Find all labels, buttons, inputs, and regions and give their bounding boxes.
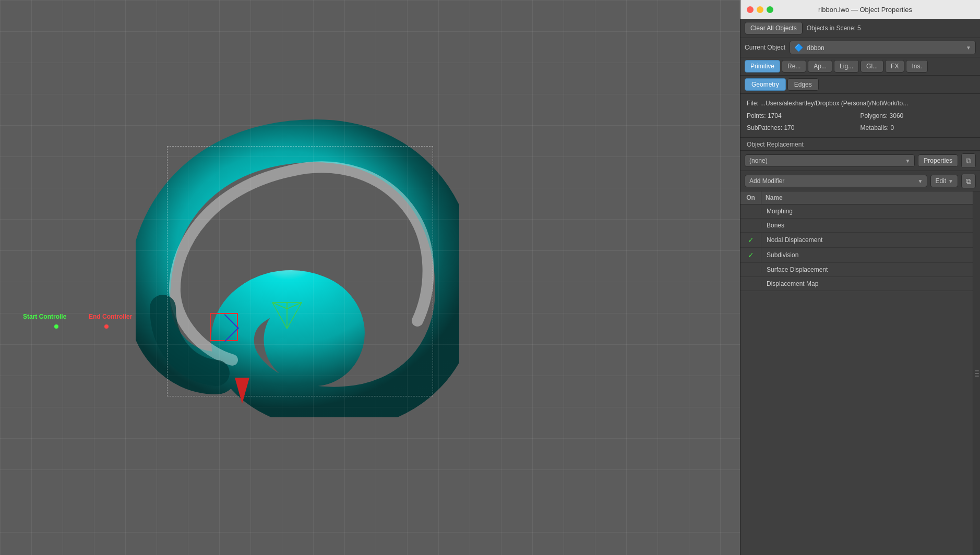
modifier-name: Bones (761, 219, 980, 232)
modifier-name: Nodal Displacement (761, 233, 980, 247)
edit-dropdown[interactable]: Edit (930, 175, 958, 187)
modifier-checkbox[interactable]: ✓ (740, 233, 761, 247)
object-replacement-dropdown[interactable]: (none) (745, 154, 915, 167)
tab-geometry2[interactable]: Gl... (861, 60, 883, 73)
clear-all-objects-button[interactable]: Clear All Objects (745, 22, 803, 34)
polygons-label: Polygons: 3060 (861, 111, 974, 121)
modifier-copy-button[interactable]: ⧉ (961, 174, 976, 188)
selection-box (210, 313, 238, 341)
end-controller-dot (104, 324, 109, 329)
edit-chevron (948, 177, 953, 185)
modifier-list: On Name Morphing Bones ✓ Nodal Displacem… (740, 191, 980, 555)
modifier-item[interactable]: Bones (740, 219, 980, 233)
window-title: ribbon.lwo — Object Properties (778, 6, 974, 14)
modifier-checkbox[interactable] (740, 267, 761, 273)
3d-viewport[interactable]: Start Controlle End Controller (0, 0, 740, 555)
replacement-value: (none) (749, 157, 768, 164)
modifier-item[interactable]: Morphing (740, 204, 980, 219)
start-controller-label: Start Controlle (23, 313, 66, 320)
modifier-checkbox[interactable] (740, 222, 761, 228)
current-object-name: ribbon (807, 44, 824, 52)
modifier-items-container: Morphing Bones ✓ Nodal Displacement ✓ Su… (740, 204, 980, 291)
modifier-item[interactable]: ✓ Nodal Displacement (740, 233, 980, 248)
modifier-item[interactable]: Surface Displacement (740, 263, 980, 277)
modifier-list-header: On Name (740, 191, 980, 204)
object-replacement-label: Object Replacement (740, 138, 980, 151)
modifier-checkbox[interactable] (740, 281, 761, 287)
points-label: Points: 1704 (747, 111, 861, 121)
tab-primitive[interactable]: Primitive (745, 60, 780, 73)
modifier-name: Surface Displacement (761, 263, 980, 276)
close-button[interactable] (747, 6, 754, 13)
subtabs-row: Geometry Edges (740, 76, 980, 94)
replacement-chevron (905, 157, 910, 164)
modifier-controls-row: Add Modifier Edit ⧉ (740, 171, 980, 191)
current-object-row: Current Object 🔷 ribbon (740, 38, 980, 57)
tab-render[interactable]: Re... (782, 60, 806, 73)
modifier-item[interactable]: Displacement Map (740, 277, 980, 291)
tab-appearance[interactable]: Ap... (808, 60, 832, 73)
minimize-button[interactable] (757, 6, 763, 13)
col-name-header: Name (761, 191, 980, 204)
bounding-box (167, 146, 433, 396)
metaballs-label: Metaballs: 0 (861, 123, 974, 133)
object-replacement-row: (none) Properties ⧉ (740, 151, 980, 171)
ground-arrow (235, 378, 249, 404)
traffic-lights (747, 6, 773, 13)
subtab-geometry[interactable]: Geometry (745, 78, 786, 91)
properties-panel: ribbon.lwo — Object Properties Clear All… (740, 0, 980, 555)
titlebar: ribbon.lwo — Object Properties (740, 0, 980, 19)
properties-button[interactable]: Properties (918, 154, 958, 167)
modifier-checkbox[interactable]: ✓ (740, 248, 761, 262)
col-on-header: On (740, 191, 761, 204)
tab-instancing[interactable]: Ins. (906, 60, 927, 73)
modifier-name: Subdivision (761, 248, 980, 262)
file-path: File: ...Users/alexhartley/Dropbox (Pers… (747, 98, 974, 108)
scroll-line-1 (975, 370, 979, 371)
info-block: File: ...Users/alexhartley/Dropbox (Pers… (740, 94, 980, 138)
edit-label: Edit (935, 177, 946, 185)
copy-button[interactable]: ⧉ (961, 153, 976, 168)
scrollbar[interactable] (973, 191, 980, 555)
subpatches-label: SubPatches: 170 (747, 123, 861, 133)
end-controller-label: End Controller (89, 313, 132, 320)
modifier-checkbox[interactable] (740, 208, 761, 214)
current-object-dropdown[interactable]: 🔷 ribbon (790, 41, 976, 54)
dropdown-chevron (966, 44, 971, 51)
modifier-chevron (918, 177, 923, 185)
modifier-name: Displacement Map (761, 277, 980, 291)
modifier-name: Morphing (761, 204, 980, 218)
tab-lighting[interactable]: Lig... (834, 60, 859, 73)
tab-fx[interactable]: FX (885, 60, 904, 73)
subtab-edges[interactable]: Edges (787, 78, 819, 91)
top-controls-row: Clear All Objects Objects in Scene: 5 (740, 19, 980, 38)
modifier-item[interactable]: ✓ Subdivision (740, 248, 980, 263)
current-object-label: Current Object (745, 44, 785, 51)
scroll-line-2 (975, 373, 979, 374)
main-tabs-row: Primitive Re... Ap... Lig... Gl... FX In… (740, 57, 980, 76)
scroll-line-3 (975, 376, 979, 377)
objects-in-scene-label: Objects in Scene: 5 (807, 25, 861, 32)
maximize-button[interactable] (767, 6, 773, 13)
add-modifier-dropdown[interactable]: Add Modifier (745, 175, 927, 187)
start-controller-dot (54, 324, 58, 329)
object-icon: 🔷 (794, 43, 803, 52)
add-modifier-label: Add Modifier (749, 177, 784, 185)
